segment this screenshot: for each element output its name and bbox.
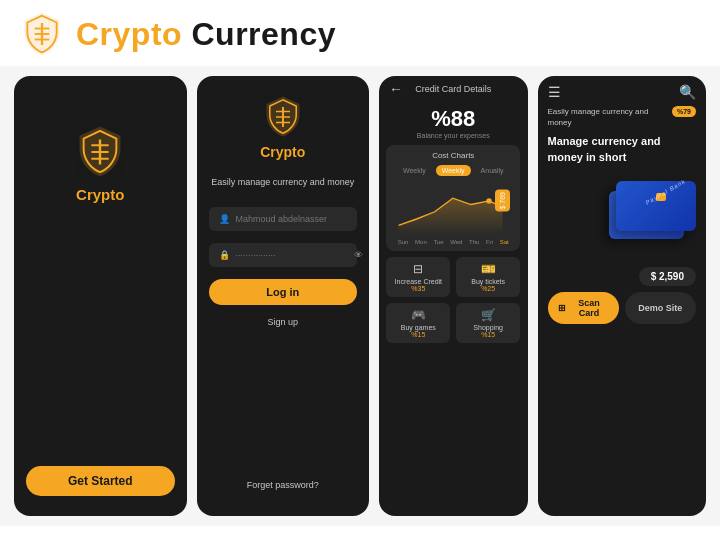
action-shopping[interactable]: 🛒 Shopping %15 <box>456 303 520 343</box>
action-label-games: Buy games <box>392 324 444 331</box>
title-currency: Currency <box>182 16 336 52</box>
title-crypto: Crypto <box>76 16 182 52</box>
demo-site-button[interactable]: Demo Site <box>625 292 696 324</box>
action-buy-games[interactable]: 🎮 Buy games %15 <box>386 303 450 343</box>
chart-days: Sun Mon Tue Wed Thu Fri Sat <box>394 239 512 245</box>
login-button[interactable]: Log in <box>209 279 358 305</box>
logo-area <box>20 12 64 56</box>
back-arrow-icon[interactable]: ← <box>389 81 403 97</box>
day-wed: Wed <box>450 239 462 245</box>
screen2-shield-icon <box>264 96 302 138</box>
tab-weekly-left[interactable]: Weekly <box>397 165 432 176</box>
balance-display: $ 2,590 <box>639 267 696 286</box>
action-increase-credit[interactable]: ⊟ Increase Credit %35 <box>386 257 450 297</box>
action-buy-tickets[interactable]: 🎫 Buy tickets %25 <box>456 257 520 297</box>
screen2-shield-area: Crypto <box>260 96 305 160</box>
app-title: Crypto Currency <box>76 16 336 53</box>
lock-icon: 🔒 <box>219 250 230 260</box>
forget-password-link[interactable]: Forget password? <box>247 480 319 500</box>
get-started-button[interactable]: Get Started <box>26 466 175 496</box>
day-sat: Sat <box>500 239 509 245</box>
user-icon: 👤 <box>219 214 230 224</box>
shield-icon <box>20 12 64 56</box>
card-bank-label: PayPal Bank <box>644 178 686 206</box>
action-value-credit: %35 <box>392 285 444 292</box>
day-thu: Thu <box>469 239 479 245</box>
password-field-container[interactable]: 🔒 👁 <box>209 243 358 267</box>
search-icon[interactable]: 🔍 <box>679 84 696 100</box>
card-image-area: PayPal PayPal Bank <box>548 171 697 261</box>
screen4-headline: Manage currency and money in short <box>548 134 697 165</box>
eye-icon[interactable]: 👁 <box>354 250 363 260</box>
balance-sub: Balance your expenses <box>417 132 490 139</box>
screen-get-started: Crypto Get Started <box>14 76 187 516</box>
tab-weekly-active[interactable]: Weekly <box>436 165 471 176</box>
day-mon: Mon <box>415 239 427 245</box>
line-chart-svg <box>394 182 512 237</box>
chart-value-badge: $ 769 <box>495 190 510 212</box>
screen4-topbar: ☰ 🔍 <box>548 84 697 100</box>
day-tue: Tue <box>433 239 443 245</box>
day-sun: Sun <box>398 239 409 245</box>
screen-manage: ☰ 🔍 Easily manage currency and money %79… <box>538 76 707 516</box>
screen2-tagline: Easily manage currency and money <box>211 176 354 189</box>
balance-row: $ 2,590 <box>548 267 697 286</box>
credit-icon: ⊟ <box>392 262 444 276</box>
credit-card-front: PayPal Bank <box>616 181 696 231</box>
scan-card-button[interactable]: ⊞ Scan Card <box>548 292 619 324</box>
tickets-icon: 🎫 <box>462 262 514 276</box>
screen-login: Crypto Easily manage currency and money … <box>197 76 370 516</box>
scan-icon: ⊞ <box>558 303 566 313</box>
balance-section: %88 Balance your expenses <box>417 102 490 145</box>
username-field-container[interactable]: 👤 <box>209 207 358 231</box>
cost-charts-box: Cost Charts Weekly Weekly Anually <box>386 145 520 251</box>
username-input[interactable] <box>236 214 348 224</box>
chart-area: $ 769 <box>394 182 512 237</box>
percent-badge: %79 <box>672 106 696 117</box>
action-value-tickets: %25 <box>462 285 514 292</box>
games-icon: 🎮 <box>392 308 444 322</box>
screen3-actions: ⊟ Increase Credit %35 🎫 Buy tickets %25 … <box>386 257 520 343</box>
screen4-bottom-buttons: ⊞ Scan Card Demo Site <box>548 292 697 324</box>
screen3-header: ← Credit Card Details <box>379 76 528 102</box>
action-label-tickets: Buy tickets <box>462 278 514 285</box>
scan-card-label: Scan Card <box>570 298 609 318</box>
hamburger-icon[interactable]: ☰ <box>548 84 561 100</box>
password-input[interactable] <box>236 250 348 260</box>
screen4-tagline: Easily manage currency and money <box>548 106 666 128</box>
screen-credit-card: ← Credit Card Details %88 Balance your e… <box>379 76 528 516</box>
signup-link[interactable]: Sign up <box>267 317 298 327</box>
action-value-games: %15 <box>392 331 444 338</box>
screen4-tagline-row: Easily manage currency and money %79 <box>548 106 697 128</box>
cost-charts-title: Cost Charts <box>394 151 512 160</box>
day-fri: Fri <box>486 239 493 245</box>
chart-tabs: Weekly Weekly Anually <box>394 165 512 176</box>
screen3-title: Credit Card Details <box>415 84 491 94</box>
screen1-shield-icon <box>76 126 124 178</box>
action-label-credit: Increase Credit <box>392 278 444 285</box>
balance-percent: %88 <box>417 106 490 132</box>
svg-point-12 <box>487 198 492 203</box>
app-header: Crypto Currency <box>0 0 720 66</box>
screen2-crypto-label: Crypto <box>260 144 305 160</box>
shopping-icon: 🛒 <box>462 308 514 322</box>
action-value-shopping: %15 <box>462 331 514 338</box>
screens-container: Crypto Get Started Crypto Easily manage … <box>0 66 720 526</box>
tab-annually[interactable]: Anually <box>475 165 510 176</box>
action-label-shopping: Shopping <box>462 324 514 331</box>
screen1-shield-area: Crypto <box>76 126 124 203</box>
screen1-crypto-label: Crypto <box>76 186 124 203</box>
